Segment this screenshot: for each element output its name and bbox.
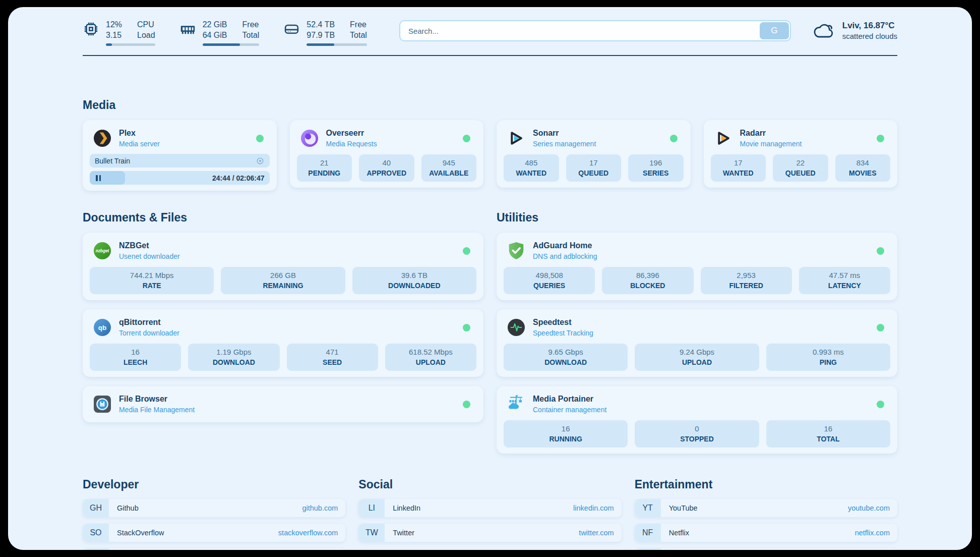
entertainment-section: Entertainment YT YouTube youtube.com NF … — [635, 478, 897, 550]
ram-label-bottom: Total — [242, 30, 260, 40]
qbittorrent-card[interactable]: qb qBittorrent Torrent downloader 16LEEC… — [83, 309, 483, 377]
service-subtitle: Container management — [533, 405, 606, 414]
stat-tile: 16RUNNING — [504, 420, 628, 448]
link-url[interactable]: netflix.com — [855, 529, 890, 537]
link-badge: RE — [635, 548, 661, 550]
adguard-icon — [507, 241, 526, 260]
ram-free-value: 22 GiB — [203, 19, 227, 30]
section-title-developer: Developer — [83, 478, 345, 491]
stat-tile: 834MOVIES — [835, 154, 891, 182]
session-icon[interactable] — [256, 156, 265, 165]
service-title: Speedtest — [533, 317, 593, 327]
pause-icon[interactable] — [96, 175, 101, 181]
dashboard-panel: 12% CPU 3.15 Load 22 GiB — [8, 7, 972, 550]
link-url[interactable]: stackoverflow.com — [278, 529, 338, 537]
adguard-card[interactable]: AdGuard Home DNS and adblocking 498,508Q… — [497, 233, 897, 300]
portainer-icon — [507, 395, 526, 414]
service-subtitle: Media File Management — [119, 405, 195, 414]
link-netflix[interactable]: NF Netflix netflix.com — [635, 524, 897, 542]
search-input[interactable] — [399, 20, 791, 41]
radarr-icon — [714, 129, 733, 148]
ram-label-top: Free — [242, 19, 260, 30]
link-reddit[interactable]: RE Reddit reddit.com — [635, 548, 897, 550]
link-badge: NF — [635, 524, 661, 542]
stat-tile: 9.24 GbpsUPLOAD — [635, 344, 759, 371]
developer-section: Developer GH Github github.com SO StackO… — [83, 478, 345, 550]
header-bar: 12% CPU 3.15 Load 22 GiB — [83, 7, 897, 46]
status-dot — [463, 135, 470, 142]
link-youtube[interactable]: YT YouTube youtube.com — [635, 499, 897, 517]
stat-tile: 86,396BLOCKED — [602, 267, 693, 294]
service-subtitle: Series management — [533, 139, 596, 148]
link-badge: SO — [83, 524, 109, 542]
qbittorrent-icon: qb — [93, 318, 112, 337]
stat-tile: 17QUEUED — [566, 154, 622, 182]
now-playing-title: Bullet Train — [95, 157, 130, 165]
service-subtitle: Speedtest Tracking — [533, 328, 593, 338]
speedtest-icon — [507, 318, 526, 337]
weather-widget: Lviv, 16.87°C scattered clouds — [813, 20, 897, 41]
cpu-progress-bar — [106, 43, 155, 46]
disk-icon — [283, 21, 300, 37]
stat-tile: 618.52 MbpsUPLOAD — [385, 344, 476, 371]
service-subtitle: Usenet downloader — [119, 252, 180, 261]
overseerr-card[interactable]: Overseerr Media Requests 21PENDING 40APP… — [290, 120, 484, 188]
nzbget-card[interactable]: nzbget NZBGet Usenet downloader 744.21 M… — [83, 233, 483, 300]
svg-text:qb: qb — [98, 324, 106, 331]
cpu-percent: 12% — [106, 19, 122, 30]
stat-tile: 0.993 msPING — [766, 344, 890, 371]
service-title: Overseerr — [326, 128, 377, 138]
service-subtitle: Media Requests — [326, 139, 377, 148]
link-badge: DT — [83, 548, 109, 550]
section-title-documents: Documents & Files — [83, 211, 483, 225]
sonarr-card[interactable]: Sonarr Series management 485WANTED 17QUE… — [497, 120, 691, 188]
link-linkedin[interactable]: LI LinkedIn linkedin.com — [358, 499, 621, 517]
link-url[interactable]: twitter.com — [579, 529, 614, 537]
link-stackoverflow[interactable]: SO StackOverflow stackoverflow.com — [83, 524, 345, 542]
filebrowser-card[interactable]: File Browser Media File Management — [83, 386, 483, 422]
status-dot — [877, 401, 884, 408]
link-url[interactable]: youtube.com — [848, 504, 890, 512]
ram-icon — [179, 21, 196, 37]
disk-stat: 52.4 TB Free 97.9 TB Total — [283, 19, 367, 46]
cpu-label-top: CPU — [137, 19, 155, 30]
stat-tile: 485WANTED — [504, 154, 559, 182]
service-title: Radarr — [740, 128, 802, 138]
disk-progress-bar — [307, 43, 367, 46]
cloud-icon — [813, 22, 835, 39]
link-url[interactable]: linkedin.com — [573, 504, 614, 512]
search-engine-button[interactable]: G — [760, 22, 789, 39]
link-name: Netflix — [669, 529, 689, 537]
cpu-label-bottom: Load — [137, 30, 155, 40]
link-badge: GH — [83, 499, 109, 517]
service-title: Media Portainer — [533, 394, 606, 404]
status-dot — [256, 135, 264, 142]
link-badge: YT — [635, 499, 661, 517]
link-twitter[interactable]: TW Twitter twitter.com — [358, 524, 621, 542]
overseerr-icon — [300, 129, 319, 148]
stat-tile: 17WANTED — [711, 154, 766, 182]
stat-tile: 22QUEUED — [773, 154, 828, 182]
stat-tile: 39.6 TBDOWNLOADED — [352, 267, 476, 294]
radarr-card[interactable]: Radarr Movie management 17WANTED 22QUEUE… — [704, 120, 898, 188]
link-badge: LI — [358, 499, 385, 517]
link-url[interactable]: github.com — [302, 504, 338, 512]
link-name: Github — [117, 504, 139, 512]
link-github[interactable]: GH Github github.com — [83, 499, 345, 517]
stat-tile: 40APPROVED — [359, 154, 414, 182]
stat-tile: 16LEECH — [90, 344, 181, 371]
portainer-card[interactable]: Media Portainer Container management 16R… — [497, 386, 897, 454]
now-playing-row: Bullet Train — [90, 154, 270, 168]
ram-total-value: 64 GiB — [203, 30, 227, 40]
link-name: Twitter — [393, 529, 414, 537]
status-dot — [463, 401, 470, 408]
service-title: File Browser — [119, 394, 195, 404]
nzbget-icon: nzbget — [93, 241, 112, 260]
service-title: Plex — [119, 128, 160, 138]
link-dev[interactable]: DT DEV dev.to — [83, 548, 345, 550]
filebrowser-icon — [93, 395, 112, 414]
plex-card[interactable]: Plex Media server Bullet Train — [83, 120, 277, 191]
service-title: Sonarr — [533, 128, 596, 138]
cpu-icon — [83, 21, 99, 37]
speedtest-card[interactable]: Speedtest Speedtest Tracking 9.65 GbpsDO… — [497, 309, 897, 377]
